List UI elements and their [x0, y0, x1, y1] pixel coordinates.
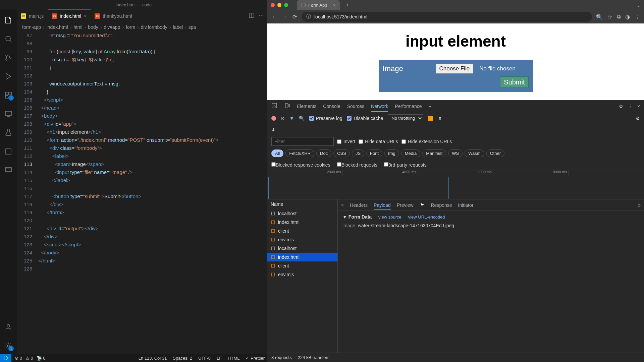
view-url-link[interactable]: view URL-encoded: [408, 215, 445, 220]
testing-icon[interactable]: [0, 125, 16, 141]
tab-mainjs[interactable]: JSmain.js: [17, 9, 48, 23]
invert-checkbox[interactable]: Invert: [337, 139, 355, 144]
search-icon[interactable]: [0, 31, 16, 47]
choose-file-button[interactable]: Choose File: [436, 64, 474, 74]
chip-doc[interactable]: Doc: [316, 149, 331, 157]
record-icon[interactable]: [271, 116, 276, 121]
dtab-preview[interactable]: Preview: [397, 202, 414, 208]
close-icon[interactable]: ×: [333, 3, 336, 8]
tab-thankyou[interactable]: <>thankyou.html: [91, 9, 136, 23]
extensions-icon[interactable]: 1: [0, 87, 16, 103]
view-source-link[interactable]: view source: [378, 215, 401, 220]
submit-button[interactable]: Submit: [500, 76, 529, 88]
blocked-requests-checkbox[interactable]: Blocked requests: [337, 162, 377, 168]
profile-icon[interactable]: ◑: [625, 14, 630, 20]
tab-indexhtml[interactable]: <>index.html×: [48, 9, 91, 23]
remote-explorer-icon[interactable]: [0, 106, 16, 122]
request-item[interactable]: localhost: [267, 244, 337, 253]
extensions-icon[interactable]: ⧉: [617, 14, 621, 20]
request-item[interactable]: index.html: [267, 218, 337, 227]
close-icon[interactable]: ×: [84, 13, 87, 19]
hide-dataurls-checkbox[interactable]: Hide data URLs: [359, 139, 398, 144]
dtab-initiator[interactable]: Initiator: [458, 202, 474, 208]
form-data-title[interactable]: Form Data: [342, 214, 372, 220]
gear-icon[interactable]: ⚙: [619, 104, 623, 109]
chip-other[interactable]: Other: [486, 149, 505, 157]
chip-img[interactable]: Img: [384, 149, 399, 157]
explorer-icon[interactable]: [0, 12, 16, 28]
preserve-log-checkbox[interactable]: Preserve log: [309, 116, 342, 121]
filter-icon[interactable]: ▼: [289, 116, 294, 121]
new-tab-icon[interactable]: +: [346, 2, 349, 8]
run-debug-icon[interactable]: [0, 68, 16, 84]
url-bar[interactable]: ⓘ localhost:5173/index.html: [302, 12, 592, 22]
accounts-icon[interactable]: [0, 143, 16, 160]
upload-icon[interactable]: ⬆: [438, 116, 442, 121]
third-party-checkbox[interactable]: 3rd-party requests: [384, 162, 427, 168]
chip-css[interactable]: CSS: [333, 149, 350, 157]
request-item[interactable]: localhost: [267, 209, 337, 218]
close-devtools-icon[interactable]: ×: [637, 104, 640, 109]
filter-input[interactable]: [271, 137, 334, 146]
prettier[interactable]: ✓ Prettier: [246, 356, 265, 361]
device-icon[interactable]: [284, 103, 290, 110]
more-tabs-icon[interactable]: »: [429, 104, 431, 109]
site-info-icon[interactable]: ⓘ: [306, 14, 311, 20]
more-dtabs-icon[interactable]: »: [638, 202, 641, 208]
inspect-icon[interactable]: [271, 103, 277, 110]
browser-tab[interactable]: Form App ×: [297, 0, 340, 10]
tab-sources[interactable]: Sources: [347, 104, 364, 109]
tab-elements[interactable]: Elements: [297, 104, 316, 109]
chip-all[interactable]: All: [271, 149, 283, 157]
timeline[interactable]: 2000 ms4000 ms6000 ms8000 ms: [267, 170, 644, 199]
tab-network[interactable]: Network: [371, 104, 388, 112]
warnings-count[interactable]: ⚠ 0: [25, 356, 33, 361]
dtab-payload[interactable]: Payload: [374, 202, 391, 210]
dtab-headers[interactable]: Headers: [350, 202, 368, 208]
close-detail-icon[interactable]: ×: [341, 202, 344, 208]
tab-performance[interactable]: Performance: [395, 104, 422, 109]
request-item[interactable]: index.html: [267, 253, 337, 261]
clear-icon[interactable]: ⊘: [281, 116, 285, 121]
tab-console[interactable]: Console: [323, 104, 340, 109]
bookmark-icon[interactable]: ☆: [607, 14, 612, 20]
encoding[interactable]: UTF-8: [198, 356, 211, 361]
code-content[interactable]: let msg = "You submitted:\n"; for (const…: [38, 32, 267, 354]
chip-fetchxhr[interactable]: Fetch/XHR: [285, 149, 314, 157]
source-control-icon[interactable]: [0, 50, 16, 66]
cursor-position[interactable]: Ln 113, Col 31: [139, 356, 167, 361]
wifi-icon[interactable]: 📶: [428, 116, 433, 121]
close-window-icon[interactable]: [271, 3, 275, 7]
chip-manifest[interactable]: Manifest: [422, 149, 446, 157]
blocked-cookies-checkbox[interactable]: Blocked response cookies: [271, 162, 330, 168]
settings-icon[interactable]: ⚙: [636, 116, 640, 121]
chip-font[interactable]: Font: [366, 149, 382, 157]
disable-cache-checkbox[interactable]: Disable cache: [347, 116, 383, 121]
chevron-down-icon[interactable]: ⌄: [636, 2, 641, 8]
request-item[interactable]: env.mjs: [267, 235, 337, 244]
split-editor-icon[interactable]: [249, 12, 255, 20]
search-icon[interactable]: 🔍: [299, 116, 305, 121]
kebab-icon[interactable]: ⋮: [628, 104, 633, 109]
throttling-select[interactable]: No throttling: [388, 114, 423, 122]
forward-icon[interactable]: →: [281, 14, 287, 20]
reload-icon[interactable]: ⟳: [291, 14, 298, 20]
chip-wasm[interactable]: Wasm: [465, 149, 484, 157]
hide-extension-checkbox[interactable]: Hide extension URLs: [401, 139, 452, 144]
code-editor[interactable]: 9798991001011021031041051061071081091101…: [17, 32, 267, 354]
download-icon[interactable]: ⬇: [271, 127, 275, 132]
minimize-window-icon[interactable]: [277, 3, 281, 7]
request-item[interactable]: env.mjs: [267, 270, 337, 279]
settings-icon[interactable]: 1: [0, 338, 16, 354]
request-item[interactable]: client: [267, 227, 337, 235]
menu-icon[interactable]: ⋮: [635, 14, 640, 20]
ports-count[interactable]: 📡 0: [37, 356, 46, 361]
comments-icon[interactable]: [0, 162, 16, 178]
request-item[interactable]: client: [267, 261, 337, 270]
remote-indicator[interactable]: [0, 354, 11, 362]
language[interactable]: HTML: [228, 356, 239, 361]
indent[interactable]: Spaces: 2: [173, 356, 192, 361]
errors-count[interactable]: ⊘ 0: [15, 356, 22, 361]
eol[interactable]: LF: [217, 356, 222, 361]
back-icon[interactable]: ←: [271, 14, 277, 20]
